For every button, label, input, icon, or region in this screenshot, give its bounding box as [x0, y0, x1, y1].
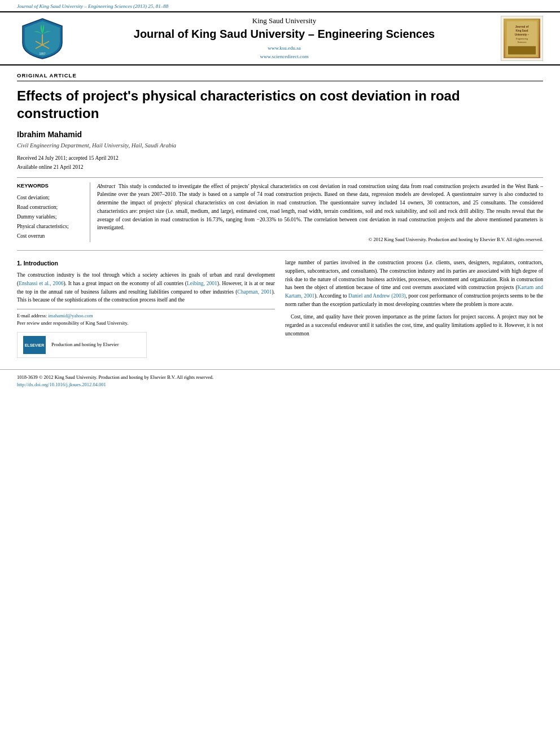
body-col-right: large number of parties involved in the … — [285, 259, 543, 357]
svg-rect-11 — [508, 46, 536, 55]
footnote-area: E-mail address: imahamid@yahoo.com Peer … — [17, 309, 275, 327]
body-col-left: 1. Introduction The construction industr… — [17, 259, 275, 357]
keyword-1: Cost deviation; — [17, 193, 84, 203]
svg-text:Engineering: Engineering — [516, 37, 528, 40]
header-websites: www.ksu.edu.sa www.sciencedirect.com — [73, 44, 495, 60]
university-name: King Saud University — [73, 16, 495, 25]
svg-text:Sciences: Sciences — [518, 41, 527, 43]
svg-text:University –: University – — [515, 33, 530, 36]
keywords-column: KEYWORDS Cost deviation; Road constructi… — [17, 182, 90, 242]
bottom-issn: 1018-3639 © 2012 King Saud University. P… — [17, 374, 543, 380]
intro-paragraph-2: large number of parties involved in the … — [285, 259, 543, 308]
abstract-section: KEYWORDS Cost deviation; Road constructi… — [17, 177, 543, 242]
section-divider — [17, 250, 543, 251]
email-link[interactable]: imahamid@yahoo.com — [48, 313, 93, 318]
article-title: Effects of project's physical characteri… — [17, 87, 543, 122]
abstract-column: Abstract This study is conducted to inve… — [97, 182, 543, 242]
website-1[interactable]: www.ksu.edu.sa — [268, 45, 301, 51]
ref-kartam[interactable]: Kartam and Kartam, 2001 — [285, 285, 543, 299]
bottom-doi[interactable]: http://dx.doi.org/10.1016/j.jksues.2012.… — [17, 382, 543, 387]
author-affiliation: Civil Engineering Department, Hail Unive… — [17, 142, 543, 148]
bottom-bar: 1018-3639 © 2012 King Saud University. P… — [0, 369, 560, 390]
website-2[interactable]: www.sciencedirect.com — [260, 54, 309, 59]
elsevier-box: ELSEVIER Production and hosting by Elsev… — [17, 332, 147, 358]
peer-review-footnote: Peer review under responsibility of King… — [17, 320, 275, 327]
keyword-2: Road construction; — [17, 203, 84, 212]
author-name: Ibrahim Mahamid — [17, 130, 543, 139]
journal-full-title: Journal of King Saud University – Engine… — [73, 28, 495, 41]
intro-paragraph-3: Cost, time, and quality have their prove… — [285, 313, 543, 338]
elsevier-text: Production and hosting by Elsevier — [51, 341, 119, 348]
available-text: Available online 21 April 2012 — [17, 164, 84, 170]
body-two-col: 1. Introduction The construction industr… — [17, 259, 543, 357]
page: Journal of King Saud University – Engine… — [0, 0, 560, 747]
abstract-text: Abstract This study is conducted to inve… — [97, 182, 543, 232]
intro-paragraph-1: The construction industry is the tool th… — [17, 271, 275, 304]
copyright-line: © 2012 King Saud University. Production … — [97, 237, 543, 242]
received-text: Received 24 July 2011; accepted 15 April… — [17, 155, 119, 161]
email-label: E-mail address: — [17, 313, 47, 318]
elsevier-logo: ELSEVIER — [23, 336, 46, 354]
svg-text:ELSEVIER: ELSEVIER — [25, 343, 45, 347]
ref-daniel[interactable]: Daniel and Andrew (2003) — [348, 293, 406, 299]
section-type-label: ORIGINAL ARTICLE — [17, 72, 543, 81]
header-center: King Saud University Journal of King Sau… — [73, 16, 495, 60]
intro-heading: 1. Introduction — [17, 259, 275, 268]
svg-text:King Saud: King Saud — [516, 29, 528, 32]
svg-text:1957: 1957 — [39, 52, 45, 55]
keywords-list: Cost deviation; Road construction; Dummy… — [17, 193, 84, 241]
content-area: ORIGINAL ARTICLE Effects of project's ph… — [0, 65, 560, 364]
keywords-title: KEYWORDS — [17, 182, 84, 189]
journal-topbar: Journal of King Saud University – Engine… — [0, 0, 560, 11]
received-dates: Received 24 July 2011; accepted 15 April… — [17, 154, 543, 171]
ref-leibing[interactable]: Leibing, 2001 — [187, 281, 217, 286]
abstract-body: This study is conducted to investigate t… — [97, 184, 543, 231]
doi-link[interactable]: http://dx.doi.org/10.1016/j.jksues.2012.… — [17, 382, 106, 387]
keyword-5: Cost overrun — [17, 231, 84, 241]
ksu-logo-left: 1957 — [17, 16, 68, 61]
email-footnote: E-mail address: imahamid@yahoo.com — [17, 312, 275, 320]
keyword-3: Dummy variables; — [17, 212, 84, 222]
header-area: 1957 King Saud University Journal of Kin… — [0, 11, 560, 65]
abstract-label: Abstract — [97, 184, 115, 189]
keyword-4: Physical characteristics; — [17, 222, 84, 231]
journal-cover-image: Journal of King Saud University – Engine… — [504, 19, 540, 58]
svg-text:Journal of: Journal of — [515, 25, 529, 28]
ref-chapman[interactable]: Chapman, 2001 — [237, 289, 272, 295]
ref-enshassi[interactable]: Enshassi et al., 2006 — [19, 281, 63, 286]
journal-topbar-text: Journal of King Saud University – Engine… — [17, 3, 168, 9]
journal-cover-right: Journal of King Saud University – Engine… — [501, 16, 543, 61]
